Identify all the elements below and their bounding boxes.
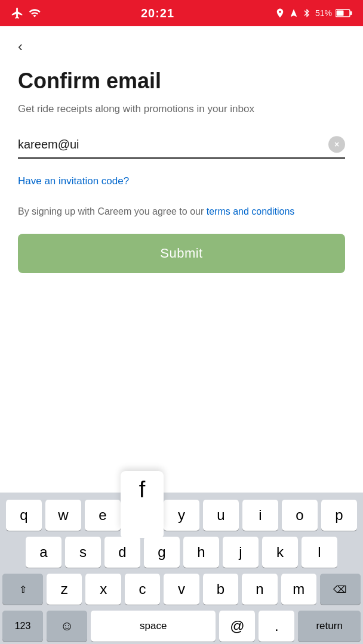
key-f-popup: f bbox=[121, 471, 164, 531]
clear-input-button[interactable]: × bbox=[328, 136, 345, 153]
key-g[interactable]: g bbox=[144, 537, 180, 568]
key-at[interactable]: @ bbox=[219, 611, 255, 642]
bluetooth-icon bbox=[302, 8, 312, 18]
key-space[interactable]: space bbox=[91, 611, 216, 642]
email-input[interactable] bbox=[18, 133, 345, 159]
key-i[interactable]: i bbox=[242, 500, 278, 531]
main-content: ‹ Confirm email Get ride receipts along … bbox=[0, 26, 363, 273]
key-n[interactable]: n bbox=[242, 574, 277, 605]
back-chevron-icon: ‹ bbox=[18, 38, 23, 54]
key-v[interactable]: v bbox=[164, 574, 199, 605]
key-h[interactable]: h bbox=[183, 537, 219, 568]
shift-icon: ⇧ bbox=[19, 584, 27, 595]
keyboard: q w e f f y u i o p a s d g h j k l ⇧ z … bbox=[0, 493, 363, 644]
key-z[interactable]: z bbox=[47, 574, 82, 605]
backspace-icon: ⌫ bbox=[333, 584, 347, 595]
location-icon bbox=[275, 8, 285, 18]
key-y[interactable]: y bbox=[164, 500, 199, 531]
status-bar: 20:21 51% bbox=[0, 0, 363, 26]
key-emoji[interactable]: ☺ bbox=[47, 611, 87, 642]
status-bar-time: 20:21 bbox=[141, 7, 174, 20]
battery-level: 51% bbox=[315, 8, 332, 18]
keyboard-row-bottom: 123 ☺ space @ . return bbox=[2, 611, 361, 642]
key-u[interactable]: u bbox=[203, 500, 239, 531]
key-j[interactable]: j bbox=[223, 537, 259, 568]
key-period[interactable]: . bbox=[259, 611, 294, 642]
keyboard-row-2: a s d g h j k l bbox=[2, 537, 361, 568]
terms-link[interactable]: terms and conditions bbox=[207, 206, 295, 216]
status-bar-left bbox=[11, 7, 41, 20]
clear-icon: × bbox=[334, 140, 339, 149]
key-p[interactable]: p bbox=[321, 500, 357, 531]
key-return[interactable]: return bbox=[298, 611, 361, 642]
keyboard-row-3: ⇧ z x c v b n m ⌫ bbox=[2, 574, 361, 605]
key-shift[interactable]: ⇧ bbox=[2, 574, 43, 605]
page-subtitle: Get ride receipts along with promotions … bbox=[18, 101, 345, 117]
back-button[interactable]: ‹ bbox=[18, 36, 23, 57]
key-q[interactable]: q bbox=[6, 500, 42, 531]
key-c[interactable]: c bbox=[125, 574, 160, 605]
key-s[interactable]: s bbox=[65, 537, 101, 568]
emoji-icon: ☺ bbox=[60, 618, 73, 634]
page-title: Confirm email bbox=[18, 69, 345, 93]
key-k[interactable]: k bbox=[262, 537, 298, 568]
battery-icon bbox=[336, 8, 352, 18]
email-input-container: × bbox=[18, 133, 345, 159]
status-bar-right: 51% bbox=[275, 8, 352, 18]
key-numbers[interactable]: 123 bbox=[2, 611, 43, 642]
key-o[interactable]: o bbox=[282, 500, 318, 531]
keyboard-row-1: q w e f f y u i o p bbox=[2, 500, 361, 531]
key-l[interactable]: l bbox=[302, 537, 337, 568]
airplane-icon bbox=[11, 7, 24, 20]
key-backspace[interactable]: ⌫ bbox=[320, 574, 361, 605]
key-d[interactable]: d bbox=[104, 537, 140, 568]
key-x[interactable]: x bbox=[85, 574, 121, 605]
key-f[interactable]: f f bbox=[124, 500, 160, 531]
svg-rect-2 bbox=[337, 11, 344, 16]
submit-button[interactable]: Submit bbox=[18, 234, 345, 273]
terms-text: By signing up with Careem you agree to o… bbox=[18, 204, 345, 219]
key-b[interactable]: b bbox=[203, 574, 238, 605]
key-m[interactable]: m bbox=[281, 574, 316, 605]
key-e[interactable]: e bbox=[85, 500, 121, 531]
wifi-icon bbox=[29, 7, 41, 19]
nav-arrow-icon bbox=[289, 8, 299, 18]
svg-rect-1 bbox=[350, 11, 352, 15]
invitation-code-link[interactable]: Have an invitation code? bbox=[18, 175, 129, 187]
key-a[interactable]: a bbox=[26, 537, 61, 568]
key-w[interactable]: w bbox=[45, 500, 81, 531]
